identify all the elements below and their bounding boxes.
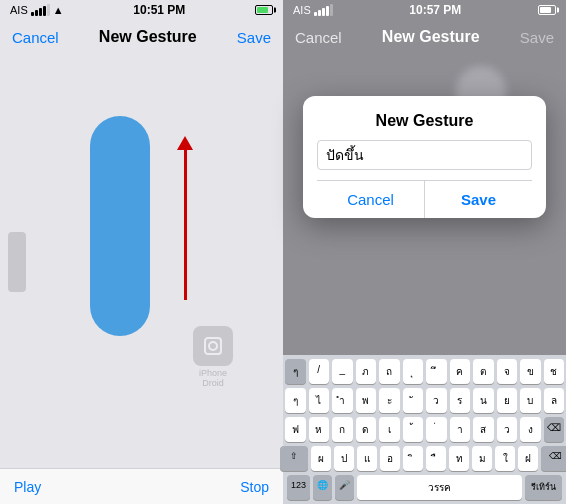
left-save-button[interactable]: Save bbox=[237, 29, 271, 46]
right-status-left: AIS bbox=[293, 4, 333, 16]
kb-key-ุ[interactable]: ุ bbox=[403, 359, 424, 384]
right-carrier: AIS bbox=[293, 4, 311, 16]
kb-key-ภ[interactable]: ภ bbox=[356, 359, 377, 384]
left-signal bbox=[31, 4, 50, 16]
kb-key-เ[interactable]: เ bbox=[379, 417, 400, 442]
svg-rect-0 bbox=[205, 338, 221, 354]
kb-key-ผ[interactable]: ผ bbox=[311, 446, 331, 471]
keyboard-row-3: ฟ ห ก ด เ ้ ่ า ส ว ง ⌫ bbox=[285, 417, 564, 442]
kb-key-ต[interactable]: ต bbox=[473, 359, 494, 384]
kb-key-ฝ[interactable]: ฝ bbox=[518, 446, 538, 471]
kb-key-พ[interactable]: พ bbox=[356, 388, 377, 413]
kb-key-123[interactable]: 123 bbox=[287, 475, 310, 500]
thai-keyboard: ๆ / _ ภ ถ ุ ึ ค ต จ ข ช ๆ ไ ำ พ ะ ั ว ร … bbox=[283, 355, 566, 504]
kb-key-ว[interactable]: ว bbox=[426, 388, 447, 413]
right-save-nav-button[interactable]: Save bbox=[520, 29, 554, 46]
stop-button[interactable]: Stop bbox=[240, 479, 269, 495]
left-status-left: AIS ▲ bbox=[10, 4, 64, 16]
kb-key-globe[interactable]: 🌐 bbox=[313, 475, 332, 500]
kb-key-ด[interactable]: ด bbox=[356, 417, 377, 442]
kb-key-ื[interactable]: ื bbox=[426, 446, 446, 471]
left-battery-icon bbox=[255, 5, 273, 15]
kb-key-ล[interactable]: ล bbox=[544, 388, 565, 413]
kb-key-ส[interactable]: ส bbox=[473, 417, 494, 442]
kb-key-ไ[interactable]: ไ bbox=[309, 388, 330, 413]
kb-key-ช[interactable]: ช bbox=[544, 359, 565, 384]
keyboard-bottom-row: 123 🌐 🎤 วรรค รีเทิร์น bbox=[285, 475, 564, 500]
kb-key-ก[interactable]: ก bbox=[332, 417, 353, 442]
kb-key-บ[interactable]: บ bbox=[520, 388, 541, 413]
kb-key-ิ[interactable]: ิ bbox=[403, 446, 423, 471]
kb-key-ะ[interactable]: ะ bbox=[379, 388, 400, 413]
kb-key-ป[interactable]: ป bbox=[334, 446, 354, 471]
kb-key-ง[interactable]: ง bbox=[520, 417, 541, 442]
kb-key-shift[interactable]: ⇧ bbox=[280, 446, 308, 471]
left-status-right bbox=[255, 5, 273, 15]
right-status-right bbox=[538, 5, 556, 15]
right-cancel-nav-button[interactable]: Cancel bbox=[295, 29, 342, 46]
dialog-cancel-button[interactable]: Cancel bbox=[317, 181, 425, 218]
kb-key-ท[interactable]: ท bbox=[449, 446, 469, 471]
kb-key-ใ[interactable]: ใ bbox=[495, 446, 515, 471]
kb-key-ฟ[interactable]: ฟ bbox=[285, 417, 306, 442]
kb-key-mic[interactable]: 🎤 bbox=[335, 475, 354, 500]
keyboard-row-1: ๆ / _ ภ ถ ุ ึ ค ต จ ข ช bbox=[285, 359, 564, 384]
kb-key-ั[interactable]: ั bbox=[403, 388, 424, 413]
kb-key-า[interactable]: า bbox=[450, 417, 471, 442]
kb-key-แ[interactable]: แ bbox=[357, 446, 377, 471]
play-button[interactable]: Play bbox=[14, 479, 41, 495]
kb-key-ำ[interactable]: ำ bbox=[332, 388, 353, 413]
right-panel: AIS 10:57 PM Cancel New Gesture Save bbox=[283, 0, 566, 504]
kb-key-้[interactable]: ้ bbox=[403, 417, 424, 442]
left-status-bar: AIS ▲ 10:51 PM bbox=[0, 0, 283, 20]
left-home-indicator bbox=[8, 232, 26, 292]
kb-key-ึ[interactable]: ึ bbox=[426, 359, 447, 384]
left-wifi-icon: ▲ bbox=[53, 4, 64, 16]
left-carrier: AIS bbox=[10, 4, 28, 16]
kb-key-return[interactable]: รีเทิร์น bbox=[525, 475, 562, 500]
left-nav-title: New Gesture bbox=[99, 28, 197, 46]
keyboard-row-2: ๆ ไ ำ พ ะ ั ว ร น ย บ ล bbox=[285, 388, 564, 413]
kb-key-ค[interactable]: ค bbox=[450, 359, 471, 384]
left-cancel-button[interactable]: Cancel bbox=[12, 29, 59, 46]
kb-key-น[interactable]: น bbox=[473, 388, 494, 413]
kb-key-จ[interactable]: จ bbox=[497, 359, 518, 384]
kb-key-slash[interactable]: / bbox=[309, 359, 330, 384]
right-battery-icon bbox=[538, 5, 556, 15]
right-nav-bar: Cancel New Gesture Save bbox=[283, 20, 566, 56]
dialog-save-button[interactable]: Save bbox=[425, 181, 532, 218]
watermark-text2: Droid bbox=[193, 378, 233, 388]
new-gesture-dialog: New Gesture Cancel Save bbox=[303, 96, 546, 218]
kb-key-ๆ1[interactable]: ๆ bbox=[285, 359, 306, 384]
kb-key-ม[interactable]: ม bbox=[472, 446, 492, 471]
kb-key-ห[interactable]: ห bbox=[309, 417, 330, 442]
arrow-head-icon bbox=[177, 136, 193, 150]
kb-key-่[interactable]: ่ bbox=[426, 417, 447, 442]
watermark-icon bbox=[193, 326, 233, 366]
watermark-text1: iPhone bbox=[193, 368, 233, 378]
kb-key-ข[interactable]: ข bbox=[520, 359, 541, 384]
right-gesture-canvas: New Gesture Cancel Save bbox=[283, 56, 566, 216]
right-time: 10:57 PM bbox=[409, 3, 461, 17]
kb-key-ๆ2[interactable]: ๆ bbox=[285, 388, 306, 413]
kb-key-space[interactable]: วรรค bbox=[357, 475, 522, 500]
kb-key-ร[interactable]: ร bbox=[450, 388, 471, 413]
gesture-name-input[interactable] bbox=[317, 140, 532, 170]
left-gesture-canvas: iPhone Droid bbox=[0, 56, 283, 468]
gesture-red-arrow bbox=[177, 136, 193, 300]
kb-key-อ[interactable]: อ bbox=[380, 446, 400, 471]
kb-key-ย[interactable]: ย bbox=[497, 388, 518, 413]
svg-point-1 bbox=[209, 342, 217, 350]
left-bottom-bar: Play Stop bbox=[0, 468, 283, 504]
gesture-blue-shape bbox=[90, 116, 150, 336]
kb-key-ถ[interactable]: ถ bbox=[379, 359, 400, 384]
kb-key-under[interactable]: _ bbox=[332, 359, 353, 384]
kb-key-delete2[interactable]: ⌫ bbox=[541, 446, 566, 471]
dialog-button-row: Cancel Save bbox=[317, 180, 532, 218]
right-nav-title: New Gesture bbox=[382, 28, 480, 46]
kb-key-ว2[interactable]: ว bbox=[497, 417, 518, 442]
arrow-line bbox=[184, 150, 187, 300]
kb-key-delete[interactable]: ⌫ bbox=[544, 417, 565, 442]
left-time: 10:51 PM bbox=[133, 3, 185, 17]
keyboard-row-4: ⇧ ผ ป แ อ ิ ื ท ม ใ ฝ ⌫ bbox=[285, 446, 564, 471]
